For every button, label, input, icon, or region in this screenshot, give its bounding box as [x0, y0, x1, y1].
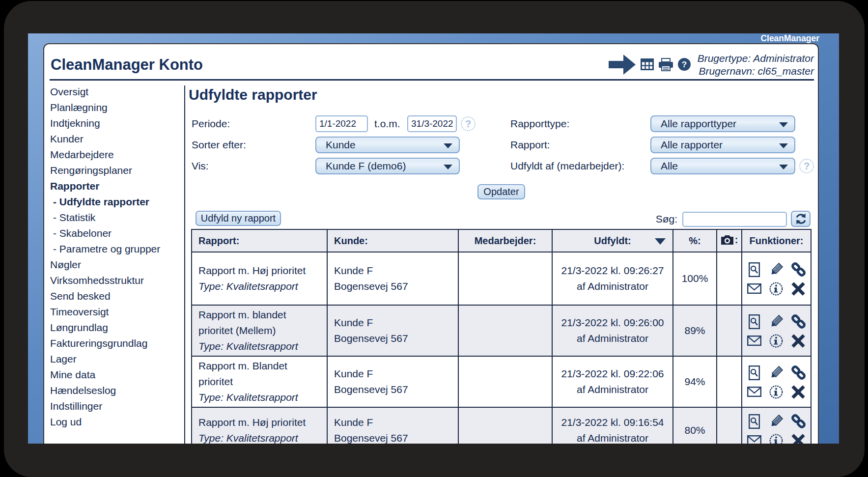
col-header-udfyldt[interactable]: Udfyldt:: [552, 229, 673, 252]
edit-icon[interactable]: [768, 414, 784, 429]
report-row: Rapport m. blandetprioritet (Mellem)Type…: [192, 305, 811, 356]
email-icon[interactable]: [747, 283, 761, 294]
sidebar-item[interactable]: Mine data: [50, 367, 182, 383]
cell-pct: 94%: [673, 356, 717, 407]
email-icon[interactable]: [747, 336, 761, 346]
dropdown-arrow-icon: [779, 122, 788, 127]
help-icon[interactable]: ?: [678, 58, 691, 71]
info-icon[interactable]: [769, 334, 783, 348]
sidebar-item[interactable]: Hændelseslog: [50, 383, 182, 398]
sidebar-divider: [184, 85, 185, 444]
info-icon[interactable]: [769, 434, 783, 444]
sidebar-item[interactable]: Send besked: [50, 288, 182, 304]
refresh-button[interactable]: [791, 211, 811, 227]
cell-pct: 100%: [673, 252, 717, 305]
browser-screen: CleanManager CleanManager Konto: [28, 33, 839, 444]
edit-icon[interactable]: [768, 262, 784, 278]
sort-desc-icon[interactable]: [655, 238, 666, 245]
col-header-funktioner[interactable]: Funktioner:: [742, 229, 811, 252]
sidebar-item[interactable]: Nøgler: [50, 257, 182, 273]
udfyldtaf-help-icon[interactable]: ?: [799, 159, 814, 173]
dropdown-arrow-icon: [444, 143, 452, 148]
sidebar-item[interactable]: Lager: [50, 351, 182, 367]
link-icon[interactable]: [791, 414, 806, 429]
sorter-dropdown[interactable]: Kunde: [315, 137, 460, 153]
rapporttype-value: Alle rapporttyper: [661, 118, 736, 130]
udfyldtaf-dropdown[interactable]: Alle: [650, 158, 795, 174]
link-icon[interactable]: [791, 262, 806, 277]
sidebar-item[interactable]: Oversigt: [50, 84, 182, 100]
delete-icon[interactable]: [791, 334, 805, 348]
new-report-button[interactable]: Udfyld ny rapport: [196, 211, 281, 226]
delete-icon[interactable]: [791, 282, 805, 296]
rapporttype-dropdown[interactable]: Alle rapporttyper: [650, 115, 795, 132]
sidebar-item[interactable]: Indtjekning: [50, 115, 182, 131]
link-icon[interactable]: [791, 365, 806, 380]
sidebar-item[interactable]: Medarbejdere: [50, 147, 182, 163]
vis-dropdown[interactable]: Kunde F (demo6): [315, 158, 460, 174]
sidebar-item[interactable]: Løngrundlag: [50, 320, 182, 336]
cell-funktioner: [742, 305, 811, 356]
sidebar-item[interactable]: Rengøringsplaner: [50, 163, 182, 178]
sidebar-item[interactable]: - Skabeloner: [50, 225, 182, 241]
preview-report-icon[interactable]: [749, 314, 760, 329]
udfyldtaf-value: Alle: [661, 160, 678, 172]
cell-medarbejder: [458, 305, 552, 356]
sidebar-item[interactable]: Timeoversigt: [50, 304, 182, 320]
cell-funktioner: [742, 407, 811, 444]
preview-report-icon[interactable]: [749, 262, 760, 277]
sidebar-item[interactable]: Faktureringsgrundlag: [50, 336, 182, 351]
edit-icon[interactable]: [768, 365, 784, 381]
search-input[interactable]: [682, 212, 787, 227]
sidebar-item[interactable]: - Parametre og grupper: [50, 241, 182, 257]
report-row: Rapport m. BlandetprioritetType: Kvalite…: [192, 356, 811, 407]
sidebar-item[interactable]: Log ud: [50, 414, 182, 430]
table-grid-icon[interactable]: [641, 58, 654, 70]
email-icon[interactable]: [747, 435, 761, 444]
sidebar-item[interactable]: Planlægning: [50, 100, 182, 115]
col-header-kunde[interactable]: Kunde:: [327, 229, 458, 252]
cell-medarbejder: [458, 356, 552, 407]
cell-camera: [717, 252, 742, 305]
periode-help-icon[interactable]: ?: [461, 116, 476, 131]
cell-udfyldt: 21/3-2022 kl. 09:26:00af Administrator: [552, 305, 673, 356]
opdater-button[interactable]: Opdater: [477, 184, 525, 199]
reports-table: Rapport: Kunde: Medarbejder: Udfyldt: %:…: [191, 229, 812, 444]
periode-to-input[interactable]: [407, 115, 457, 132]
sidebar-item[interactable]: - Statistik: [50, 210, 182, 225]
delete-icon[interactable]: [791, 434, 805, 444]
camera-icon: [721, 235, 734, 245]
delete-icon[interactable]: [791, 385, 805, 399]
col-header-udfyldt-label: Udfyldt:: [594, 235, 631, 246]
cell-udfyldt: 21/3-2022 kl. 09:16:54af Administrator: [552, 407, 673, 444]
cell-camera: [717, 305, 742, 356]
sorter-value: Kunde: [326, 139, 356, 151]
col-header-pct[interactable]: %:: [673, 229, 717, 252]
sidebar-item[interactable]: Virksomhedsstruktur: [50, 273, 182, 288]
sidebar-item[interactable]: Rapporter: [50, 178, 182, 194]
arrow-right-icon[interactable]: [609, 53, 636, 76]
sidebar-item[interactable]: Kunder: [50, 131, 182, 147]
periode-from-input[interactable]: [315, 115, 368, 132]
link-icon[interactable]: [791, 314, 806, 329]
col-header-medarbejder[interactable]: Medarbejder:: [458, 229, 552, 252]
rapport-dropdown[interactable]: Alle rapporter: [650, 137, 795, 153]
sidebar-item[interactable]: - Udfyldte rapporter: [50, 194, 182, 210]
cell-pct: 89%: [673, 305, 717, 356]
printer-icon[interactable]: [658, 58, 673, 71]
sidebar-item[interactable]: Indstillinger: [50, 398, 182, 414]
col-header-camera[interactable]: :: [717, 229, 742, 252]
user-name: Brugernavn: cl65_master: [698, 65, 814, 78]
info-icon[interactable]: [769, 385, 783, 399]
app-title: CleanManager Konto: [51, 56, 203, 74]
edit-icon[interactable]: [768, 314, 784, 330]
preview-report-icon[interactable]: [749, 365, 760, 380]
col-header-rapport[interactable]: Rapport:: [192, 229, 327, 252]
cell-kunde: Kunde FBogensevej 567: [327, 407, 458, 444]
preview-report-icon[interactable]: [749, 414, 760, 429]
info-icon[interactable]: [769, 282, 783, 296]
email-icon[interactable]: [747, 387, 761, 397]
search-label: Søg:: [612, 211, 677, 227]
camera-colon: :: [735, 234, 738, 246]
cell-funktioner: [742, 356, 811, 407]
